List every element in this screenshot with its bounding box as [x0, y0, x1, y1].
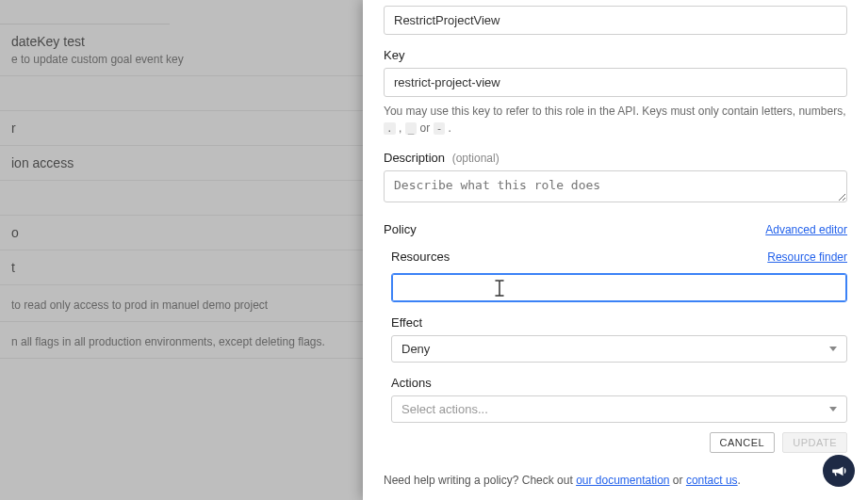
- effect-select[interactable]: Deny: [391, 335, 847, 363]
- announcements-button[interactable]: [823, 455, 855, 487]
- description-label: Description (optional): [384, 151, 847, 165]
- role-name-input[interactable]: [384, 6, 847, 35]
- contact-us-link[interactable]: contact us: [686, 474, 738, 487]
- key-help-text: You may use this key to refer to this ro…: [384, 103, 847, 137]
- actions-label: Actions: [391, 376, 847, 390]
- chevron-down-icon: [829, 407, 837, 411]
- resource-finder-link[interactable]: Resource finder: [767, 250, 847, 264]
- resources-input[interactable]: [391, 273, 847, 302]
- actions-placeholder: Select actions...: [401, 402, 488, 416]
- cancel-button[interactable]: CANCEL: [710, 432, 776, 453]
- megaphone-icon: [830, 462, 847, 479]
- policy-label: Policy: [384, 222, 417, 236]
- chevron-down-icon: [829, 347, 837, 351]
- key-label: Key: [384, 48, 847, 62]
- role-key-input[interactable]: [384, 68, 847, 97]
- actions-select[interactable]: Select actions...: [391, 395, 847, 423]
- role-description-input[interactable]: [384, 170, 847, 202]
- role-editor-drawer: Key You may use this key to refer to thi…: [363, 0, 868, 500]
- effect-label: Effect: [391, 315, 847, 330]
- effect-value: Deny: [401, 342, 430, 356]
- resources-label: Resources: [391, 250, 450, 264]
- advanced-editor-link[interactable]: Advanced editor: [765, 223, 847, 236]
- update-button: UPDATE: [782, 432, 847, 453]
- policy-help-text: Need help writing a policy? Check out ou…: [384, 474, 847, 487]
- documentation-link[interactable]: our documentation: [576, 474, 669, 487]
